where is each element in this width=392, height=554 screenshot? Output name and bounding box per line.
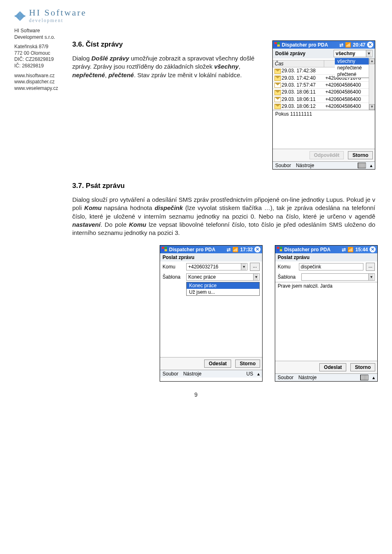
- pda1-clock: 20:47: [353, 42, 365, 48]
- windows-flag-icon: [162, 247, 167, 252]
- pda2-tpl-opt-0[interactable]: Konec práce: [187, 282, 259, 289]
- keyboard-icon[interactable]: [360, 375, 368, 380]
- signal-icon: 📶: [347, 247, 354, 252]
- sync-icon: ⇄: [227, 247, 231, 252]
- page-number: 9: [14, 391, 378, 398]
- sip-up-icon[interactable]: ▴: [257, 371, 260, 377]
- pda3-to-field[interactable]: [299, 263, 363, 270]
- cancel-button[interactable]: Storno: [235, 360, 260, 368]
- signal-icon: 📶: [345, 42, 351, 48]
- pda2-title: Dispatcher pro PDA: [169, 247, 215, 252]
- mail-open-icon: [274, 83, 281, 88]
- pda1-filter-selected[interactable]: všechny: [334, 50, 372, 57]
- pda3-body[interactable]: Prave jsem nalozil. Jarda: [275, 282, 377, 333]
- sip-up-icon[interactable]: ▴: [370, 163, 372, 168]
- section-36-title: 3.6. Číst zprávy: [72, 40, 267, 49]
- mail-closed-icon: [274, 76, 281, 81]
- close-icon[interactable]: ✕: [254, 246, 261, 252]
- menu-file[interactable]: Soubor: [163, 371, 178, 377]
- table-row[interactable]: 29.03. 17:57:47+420604586400: [273, 81, 369, 88]
- reply-button[interactable]: Odpovědět: [310, 151, 344, 159]
- pda2-to-field[interactable]: +4206032716: [186, 263, 247, 270]
- pda1-title: Dispatcher pro PDA: [282, 42, 328, 48]
- pda3-tpl-label: Šablona: [278, 274, 299, 280]
- pda1-screen-title: Došlé zprávy: [275, 51, 305, 56]
- pda1-filter-opt-2[interactable]: přečtené: [335, 71, 369, 78]
- pda2-clock: 17:32: [240, 247, 253, 252]
- company-addr1: Kateřinská 87/9: [14, 44, 63, 50]
- pda3-screen-title: Poslat zprávu: [278, 255, 310, 260]
- menu-tools[interactable]: Nástroje: [298, 375, 317, 380]
- pda-inbox: Dispatcher pro PDA ⇄ 📶 20:47 ✕ Došlé zpr…: [272, 40, 375, 170]
- company-form: Development s.r.o.: [14, 34, 378, 41]
- pda2-tpl-select[interactable]: Konec práce: [186, 273, 260, 281]
- pda2-dots-button[interactable]: ...: [250, 263, 260, 271]
- send-button[interactable]: Odeslat: [319, 363, 346, 371]
- close-icon[interactable]: ✕: [370, 246, 376, 252]
- pda3-clock: 15:44: [355, 247, 368, 252]
- sync-icon: ⇄: [342, 247, 346, 252]
- mail-closed-icon: [274, 104, 281, 109]
- company-addr2: 772 00 Olomouc: [14, 50, 63, 57]
- table-row[interactable]: 29.03. 18:06:11+420604586400: [273, 89, 369, 96]
- menu-file[interactable]: Soubor: [275, 163, 291, 168]
- pda2-to-label: Komu: [163, 264, 184, 270]
- pda2-tpl-opt-1[interactable]: Už jsem u...: [187, 289, 259, 295]
- signal-icon: 📶: [232, 247, 238, 252]
- section-37-title: 3.7. Psát zprávu: [72, 182, 375, 190]
- pda2-tpl-label: Šablona: [163, 274, 184, 280]
- logo-brand: HI Software: [29, 8, 87, 17]
- pda1-col-time: Čas: [273, 60, 324, 67]
- logo: ◢◣◥◤ HI Software development: [14, 8, 378, 23]
- cancel-button[interactable]: Storno: [348, 151, 373, 159]
- pda1-preview: Pokus 11111111: [273, 110, 375, 120]
- send-button[interactable]: Odeslat: [204, 360, 231, 368]
- company-url2: www.dispatcher.cz: [14, 79, 63, 85]
- close-icon[interactable]: ✕: [367, 42, 373, 48]
- pda3-dots-button[interactable]: ...: [366, 263, 375, 271]
- company-name-block: HI Software Development s.r.o.: [14, 28, 378, 40]
- pda2-screen-title: Poslat zprávu: [163, 255, 194, 260]
- windows-flag-icon: [274, 42, 280, 47]
- keyboard-icon[interactable]: [358, 163, 366, 168]
- company-name: HI Software: [14, 28, 378, 34]
- scroll-up-icon[interactable]: ▲: [369, 58, 375, 64]
- scroll-down-icon[interactable]: ▼: [369, 104, 375, 110]
- company-ic: IČ: 26829819: [14, 63, 63, 69]
- windows-flag-icon: [277, 247, 283, 252]
- section-37-para: Dialog slouží pro vytváření a odesílání …: [72, 196, 375, 237]
- cancel-button[interactable]: Storno: [350, 363, 375, 371]
- mail-open-icon: [274, 97, 281, 102]
- pda3-to-label: Komu: [278, 264, 296, 270]
- pda3-title: Dispatcher pro PDA: [284, 247, 330, 252]
- pda-send-1: Dispatcher pro PDA ⇄ 📶 17:32 ✕ Poslat zp…: [160, 245, 263, 382]
- pda1-filter-opt-0[interactable]: všechny: [335, 58, 369, 65]
- pda1-scrollbar[interactable]: ▲ ▼: [369, 58, 375, 110]
- menu-tools[interactable]: Nástroje: [296, 163, 314, 168]
- sip-up-icon[interactable]: ▴: [372, 375, 375, 380]
- company-sidebar: Kateřinská 87/9 772 00 Olomouc DIČ: CZ26…: [14, 40, 63, 241]
- section-36-para: Dialog Došlé zprávy umožňuje zobrazit a …: [72, 54, 267, 79]
- menu-tools[interactable]: Nástroje: [183, 371, 202, 377]
- logo-sub: development: [29, 18, 87, 23]
- kb-label[interactable]: US: [246, 371, 253, 377]
- logo-mark-icon: ◢◣◥◤: [14, 11, 26, 20]
- company-url3: www.veselemapy.cz: [14, 85, 63, 92]
- mail-closed-icon: [274, 90, 281, 95]
- company-url1: www.hisoftware.cz: [14, 73, 63, 79]
- mail-closed-icon: [274, 69, 281, 74]
- sync-icon: ⇄: [339, 42, 343, 48]
- company-dic: DIČ: CZ26829819: [14, 56, 63, 63]
- table-row[interactable]: 29.03. 18:06:11+420604586400: [273, 96, 369, 103]
- table-row[interactable]: 29.03. 18:06:12+420604586400: [273, 103, 369, 109]
- menu-file[interactable]: Soubor: [278, 375, 294, 380]
- pda-send-2: Dispatcher pro PDA ⇄ 📶 15:44 ✕ Poslat zp…: [275, 245, 378, 382]
- pda3-tpl-select[interactable]: [301, 273, 375, 281]
- pda1-filter-opt-1[interactable]: nepřečtené: [335, 65, 369, 71]
